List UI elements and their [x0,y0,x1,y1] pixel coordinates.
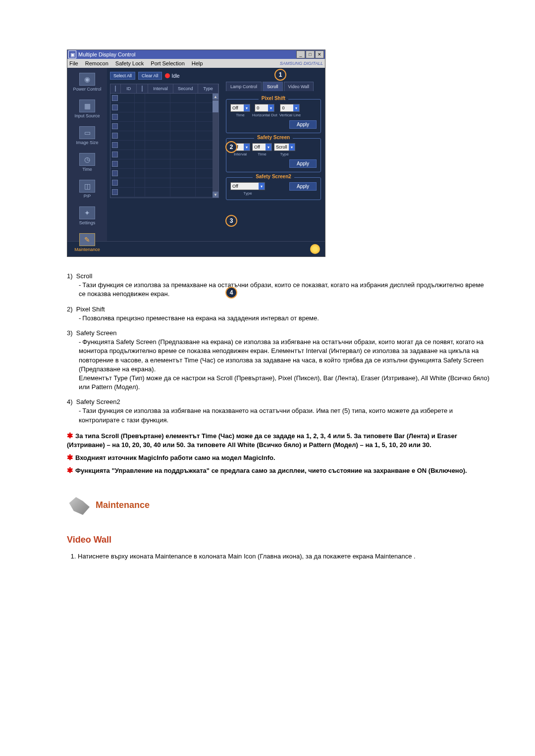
menu-help[interactable]: Help [192,60,203,66]
minimize-button[interactable]: _ [296,50,305,58]
chevron-down-icon: ▾ [259,183,265,190]
safety-screen-apply-button[interactable]: Apply [289,159,317,168]
list-title: Pixel Shift [76,305,105,313]
table-row[interactable] [110,94,218,103]
callout-2: 2 [225,141,237,153]
row-checkbox[interactable] [112,114,118,120]
menu-file[interactable]: File [69,60,78,66]
pixel-shift-hdot-select[interactable]: 0▾ [255,104,274,112]
image-size-icon: ▭ [79,126,95,139]
sidebar-item-settings[interactable]: ✦ Settings [67,206,107,225]
field-label: Time [236,113,244,117]
scroll-down-icon[interactable]: ▼ [213,192,218,198]
row-checkbox[interactable] [112,189,118,195]
table-row[interactable] [110,178,218,188]
dash: - [79,338,81,346]
tab-lamp-control[interactable]: Lamp Control [226,82,262,91]
safety-screen2-title: Safety Screen2 [253,174,294,179]
row-checkbox[interactable] [112,95,118,101]
table-row[interactable] [110,131,218,141]
maintenance-label: Maintenance [96,500,150,510]
table-row[interactable] [110,122,218,131]
row-checkbox[interactable] [112,151,118,157]
row-checkbox[interactable] [112,180,118,186]
table-row[interactable] [110,112,218,122]
table-row[interactable] [110,150,218,159]
menu-remocon[interactable]: Remocon [85,60,108,66]
safety-screen-type-select[interactable]: Scroll▾ [274,143,295,151]
sidebar-label: Maintenance [67,247,107,252]
safety-screen-section: Safety Screen Off▾ Interval Off▾ Time Sc… [226,138,321,172]
header-checkbox[interactable] [115,86,116,92]
pip-icon: ◫ [79,180,95,193]
pixel-shift-vline-select[interactable]: 0▾ [280,104,300,112]
broom-icon [67,495,90,515]
close-button[interactable]: ✕ [315,50,324,58]
row-checkbox[interactable] [112,133,118,139]
settings-icon: ✦ [79,206,95,219]
maintenance-heading: Maintenance [67,495,490,515]
scrollbar[interactable]: ▲ ▼ [213,94,218,198]
row-checkbox[interactable] [112,161,118,167]
tab-video-wall[interactable]: Video Wall [284,82,314,91]
list-title: Safety Screen [76,329,117,337]
list-item: 4) Safety Screen2 -Тази функция се изпол… [67,398,490,425]
list-title: Scroll [76,272,93,280]
time-icon: ◷ [79,153,95,166]
scroll-thumb[interactable] [213,101,218,112]
app-window: ▣ Multiple Display Control _ □ ✕ File Re… [67,50,325,257]
clear-all-button[interactable]: Clear All [138,72,162,80]
dash: - [79,314,81,322]
grid-body: ▲ ▼ [110,94,219,198]
sidebar-item-maintenance[interactable]: ✎ Maintenance [67,233,107,252]
center-pane: Select All Clear All Idle ID Interval Se… [107,68,222,241]
video-wall-steps: Натиснете върху иконата Maintenance в ко… [67,552,490,561]
power-icon: ◉ [79,73,95,86]
safety-screen-time-select[interactable]: Off▾ [252,143,272,151]
table-row[interactable] [110,159,218,169]
list-num: 2) [67,305,73,313]
chevron-down-icon: ▾ [244,104,250,111]
note-text: Входният източник MagicInfo работи само … [75,454,275,461]
list-body: Тази функция се използва за избягване на… [79,407,453,423]
sidebar-label: PIP [67,194,107,199]
pixel-shift-apply-button[interactable]: Apply [289,120,317,129]
row-checkbox[interactable] [112,142,118,148]
star-icon: ✱ [67,466,73,474]
table-row[interactable] [110,188,218,197]
chevron-down-icon: ▾ [289,144,295,151]
status-icon [310,244,320,254]
star-icon: ✱ [67,453,73,461]
dash: - [79,407,81,414]
maintenance-icon: ✎ [79,233,95,246]
maximize-button[interactable]: □ [306,50,315,58]
row-checkbox[interactable] [112,123,118,129]
table-row[interactable] [110,103,218,112]
header-m-checkbox[interactable] [142,86,143,92]
field-label: Vertical Line [279,113,301,117]
tab-scroll[interactable]: Scroll [263,82,283,91]
sidebar-label: Image Size [67,140,107,145]
sidebar-item-power-control[interactable]: ◉ Power Control [67,73,107,92]
sidebar-item-time[interactable]: ◷ Time [67,153,107,172]
pixel-shift-time-select[interactable]: Off▾ [230,104,250,112]
sidebar-item-input-source[interactable]: ▦ Input Source [67,100,107,118]
chevron-down-icon: ▾ [268,104,274,111]
list-title: Safety Screen2 [76,398,120,405]
table-row[interactable] [110,141,218,150]
sidebar-label: Input Source [67,113,107,118]
scroll-up-icon[interactable]: ▲ [213,94,218,100]
dash: - [79,281,81,289]
note-text: За типа Scroll (Превъртане) елементът Ti… [67,432,457,449]
row-checkbox[interactable] [112,170,118,176]
menu-port-selection[interactable]: Port Selection [151,60,184,66]
sidebar-item-pip[interactable]: ◫ PIP [67,180,107,199]
input-icon: ▦ [79,100,95,112]
table-row[interactable] [110,169,218,178]
menu-safety-lock[interactable]: Safety Lock [115,60,144,66]
sidebar-item-image-size[interactable]: ▭ Image Size [67,126,107,145]
row-checkbox[interactable] [112,104,118,110]
select-all-button[interactable]: Select All [110,72,135,80]
safety-screen2-type-select[interactable]: Off▾ [230,182,265,190]
safety-screen2-apply-button[interactable]: Apply [289,182,317,191]
